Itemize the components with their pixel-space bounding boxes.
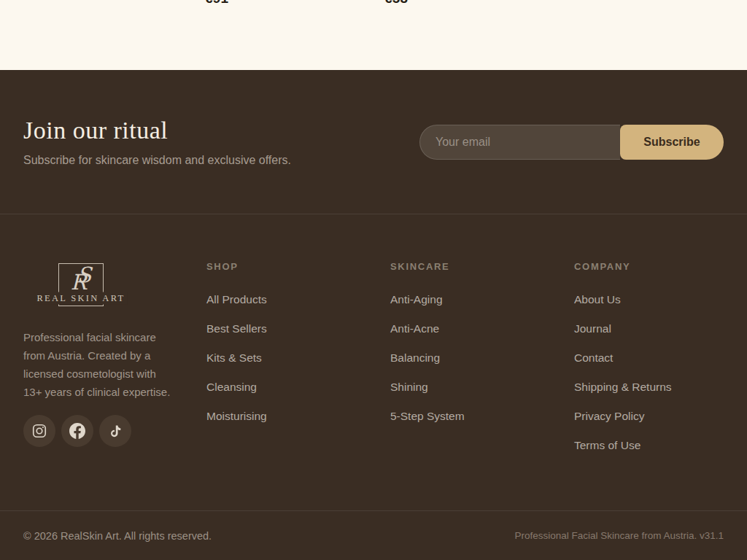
footer-tagline: Professional Facial Skincare from Austri… — [514, 530, 724, 541]
newsletter-section: Join our ritual Subscribe for skincare w… — [0, 70, 747, 214]
footer-link-cleansing[interactable]: Cleansing — [206, 381, 257, 393]
footer-link-anti-acne[interactable]: Anti-Acne — [390, 322, 439, 335]
products-strip-bottom: €91 €53 — [0, 0, 747, 70]
footer-link-5-step-system[interactable]: 5-Step System — [390, 410, 465, 422]
footer-link-anti-aging[interactable]: Anti-Aging — [390, 293, 443, 306]
tiktok-link[interactable] — [99, 415, 131, 447]
footer-link-terms-of-use[interactable]: Terms of Use — [574, 439, 640, 451]
newsletter-subtitle: Subscribe for skincare wisdom and exclus… — [23, 154, 291, 167]
column-title: SHOP — [206, 261, 390, 272]
column-links: Anti-Aging Anti-Acne Balancing Shining 5… — [390, 294, 574, 421]
newsletter-text: Join our ritual Subscribe for skincare w… — [23, 117, 291, 167]
product-price: €53 — [384, 0, 408, 7]
column-links: All Products Best Sellers Kits & Sets Cl… — [206, 294, 390, 421]
footer-link-shipping-returns[interactable]: Shipping & Returns — [574, 381, 672, 393]
footer-link-all-products[interactable]: All Products — [206, 293, 267, 306]
instagram-icon — [31, 423, 47, 439]
footer-link-about-us[interactable]: About Us — [574, 293, 621, 306]
site-footer: Join our ritual Subscribe for skincare w… — [0, 70, 747, 560]
column-title: COMPANY — [574, 261, 724, 272]
facebook-link[interactable] — [61, 415, 93, 447]
column-title: SKINCARE — [390, 261, 574, 272]
footer-column-company: COMPANY About Us Journal Contact Shippin… — [574, 261, 724, 510]
email-input[interactable] — [419, 125, 620, 160]
copyright-text: © 2026 RealSkin Art. All rights reserved… — [23, 530, 212, 542]
footer-link-kits-sets[interactable]: Kits & Sets — [206, 351, 262, 364]
subscribe-button[interactable]: Subscribe — [620, 125, 724, 160]
brand-wordmark: REAL SKIN ART — [34, 292, 127, 305]
footer-column-skincare: SKINCARE Anti-Aging Anti-Acne Balancing … — [390, 261, 574, 510]
footer-link-journal[interactable]: Journal — [574, 322, 611, 335]
footer-link-moisturising[interactable]: Moisturising — [206, 410, 267, 422]
product-price: €91 — [205, 0, 228, 7]
social-links — [23, 415, 206, 447]
footer-link-shining[interactable]: Shining — [390, 381, 428, 393]
column-links: About Us Journal Contact Shipping & Retu… — [574, 294, 724, 451]
brand-description: Professional facial skincare from Austri… — [23, 328, 174, 401]
facebook-icon — [69, 423, 85, 439]
newsletter-form: Subscribe — [419, 125, 724, 160]
brand-monogram: RS — [71, 265, 92, 289]
instagram-link[interactable] — [23, 415, 55, 447]
newsletter-title: Join our ritual — [23, 117, 291, 144]
footer-columns: RS REAL SKIN ART Professional facial ski… — [0, 214, 747, 510]
tiktok-icon — [109, 424, 123, 438]
footer-link-best-sellers[interactable]: Best Sellers — [206, 322, 267, 335]
brand-column: RS REAL SKIN ART Professional facial ski… — [23, 261, 206, 510]
footer-link-privacy-policy[interactable]: Privacy Policy — [574, 410, 644, 422]
footer-link-balancing[interactable]: Balancing — [390, 351, 440, 364]
brand-logo: RS REAL SKIN ART — [58, 263, 104, 306]
footer-bottom-bar: © 2026 RealSkin Art. All rights reserved… — [0, 510, 747, 560]
footer-column-shop: SHOP All Products Best Sellers Kits & Se… — [206, 261, 390, 510]
footer-link-contact[interactable]: Contact — [574, 351, 613, 364]
